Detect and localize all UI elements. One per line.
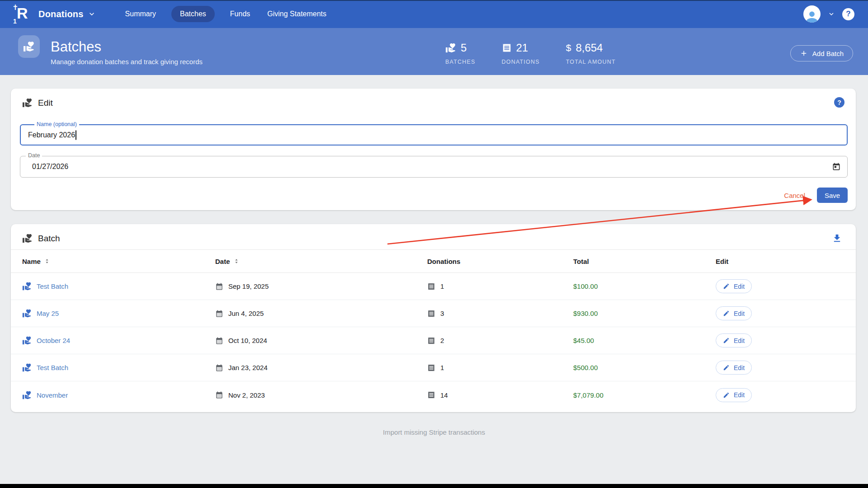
edit-row-button[interactable]: Edit bbox=[716, 279, 752, 293]
app-switcher-chevron-down-icon[interactable] bbox=[87, 9, 96, 19]
donation-count: 14 bbox=[440, 391, 448, 399]
pencil-icon bbox=[723, 364, 730, 371]
nav-items: Summary Batches Funds Giving Statements bbox=[123, 6, 328, 22]
table-row: May 25 Jun 4, 2025 3 $930.00 Edit bbox=[11, 300, 856, 327]
stat-total-value: 8,654 bbox=[576, 42, 603, 54]
hand-heart-icon bbox=[22, 233, 33, 244]
batch-name-link[interactable]: May 25 bbox=[37, 310, 59, 317]
batch-card-title: Batch bbox=[38, 234, 60, 244]
nav-item-summary[interactable]: Summary bbox=[123, 6, 158, 22]
name-input-label: Name (optional) bbox=[34, 121, 79, 127]
add-batch-button[interactable]: Add Batch bbox=[790, 45, 853, 61]
date-input-label: Date bbox=[26, 152, 42, 159]
batch-total: $930.00 bbox=[573, 310, 716, 317]
page-header: Batches Manage donation batches and trac… bbox=[0, 28, 868, 75]
header-stats: 5 BATCHES 21 DONATIONS $ 8,654 TOTAL AMO… bbox=[445, 42, 616, 65]
top-navbar: ✝ R 1 Donations Summary Batches Funds Gi… bbox=[0, 0, 868, 28]
stat-total-label: TOTAL AMOUNT bbox=[566, 59, 616, 65]
window-bottom-bar bbox=[0, 484, 868, 488]
page-title: Batches bbox=[51, 39, 101, 55]
stat-donations-value: 21 bbox=[516, 42, 528, 54]
pencil-icon bbox=[723, 310, 730, 317]
app-logo[interactable]: ✝ R 1 bbox=[12, 4, 32, 24]
batch-date: Jan 23, 2024 bbox=[228, 364, 268, 371]
date-input-value: 01/27/2026 bbox=[32, 163, 68, 171]
batch-date: Nov 2, 2023 bbox=[228, 391, 265, 399]
batch-name-link[interactable]: October 24 bbox=[37, 337, 70, 344]
batch-total: $7,079.00 bbox=[573, 391, 716, 399]
batch-total: $100.00 bbox=[573, 282, 716, 290]
batch-name-link[interactable]: November bbox=[37, 391, 68, 399]
stat-donations-label: DONATIONS bbox=[502, 59, 540, 65]
batch-name-link[interactable]: Test Batch bbox=[37, 364, 68, 371]
edit-batch-card: Edit ? Name (optional) February 2026 Dat… bbox=[11, 89, 856, 210]
calendar-icon bbox=[215, 391, 223, 399]
nav-item-batches[interactable]: Batches bbox=[171, 6, 215, 22]
batch-total: $500.00 bbox=[573, 364, 716, 371]
hand-heart-icon bbox=[22, 98, 33, 108]
edit-row-button[interactable]: Edit bbox=[716, 388, 752, 402]
cancel-button[interactable]: Cancel bbox=[784, 192, 805, 199]
column-header-name[interactable]: Name bbox=[22, 258, 215, 265]
receipt-icon bbox=[427, 282, 435, 291]
logo-letter: R bbox=[17, 5, 28, 22]
name-input[interactable]: Name (optional) February 2026 bbox=[20, 124, 848, 145]
edit-help-icon[interactable]: ? bbox=[834, 97, 844, 108]
hand-heart-icon bbox=[445, 42, 456, 53]
batch-name-link[interactable]: Test Batch bbox=[37, 282, 68, 290]
calendar-icon bbox=[215, 310, 223, 318]
edit-row-button[interactable]: Edit bbox=[716, 361, 752, 375]
hand-heart-icon bbox=[22, 309, 32, 318]
edit-row-button[interactable]: Edit bbox=[716, 333, 752, 347]
calendar-icon bbox=[215, 282, 223, 291]
page-subtitle: Manage donation batches and track giving… bbox=[51, 58, 203, 66]
app-switcher-label[interactable]: Donations bbox=[38, 9, 84, 19]
nav-item-giving-statements[interactable]: Giving Statements bbox=[265, 6, 328, 22]
text-caret bbox=[75, 130, 76, 140]
pencil-icon bbox=[723, 337, 730, 344]
dollar-icon: $ bbox=[566, 42, 571, 53]
name-input-value: February 2026 bbox=[28, 131, 75, 139]
nav-item-funds[interactable]: Funds bbox=[228, 6, 252, 22]
batch-date: Oct 10, 2024 bbox=[228, 337, 267, 344]
donation-count: 1 bbox=[440, 364, 444, 371]
stat-donations: 21 DONATIONS bbox=[502, 42, 540, 65]
batches-hand-heart-icon bbox=[18, 35, 40, 58]
add-batch-label: Add Batch bbox=[812, 50, 844, 57]
receipt-icon bbox=[502, 43, 512, 53]
stat-batches-label: BATCHES bbox=[445, 59, 476, 65]
batch-total: $45.00 bbox=[573, 337, 716, 344]
account-chevron-down-icon[interactable] bbox=[827, 10, 835, 18]
calendar-icon bbox=[215, 337, 223, 345]
navbar-right: ? bbox=[803, 5, 854, 23]
donation-count: 1 bbox=[440, 282, 444, 290]
table-row: Test Batch Sep 19, 2025 1 $100.00 Edit bbox=[11, 273, 856, 300]
sort-icon[interactable] bbox=[44, 258, 50, 264]
import-stripe-link[interactable]: Import missing Stripe transactions bbox=[0, 428, 868, 436]
stat-total-amount: $ 8,654 TOTAL AMOUNT bbox=[566, 42, 616, 65]
help-icon[interactable]: ? bbox=[842, 8, 854, 20]
stat-batches-value: 5 bbox=[461, 42, 467, 54]
column-header-date[interactable]: Date bbox=[215, 258, 427, 265]
table-row: Test Batch Jan 23, 2024 1 $500.00 Edit bbox=[11, 354, 856, 381]
donation-count: 2 bbox=[440, 337, 444, 344]
column-header-total: Total bbox=[573, 258, 716, 265]
batch-date: Jun 4, 2025 bbox=[228, 310, 264, 317]
calendar-picker-icon[interactable] bbox=[832, 162, 841, 171]
date-input[interactable]: Date 01/27/2026 bbox=[20, 156, 848, 178]
plus-icon bbox=[800, 49, 808, 57]
pencil-icon bbox=[723, 283, 730, 290]
pencil-icon bbox=[723, 392, 730, 399]
window-top-edge bbox=[0, 0, 868, 1]
receipt-icon bbox=[427, 310, 435, 318]
save-button[interactable]: Save bbox=[817, 188, 848, 203]
table-header-row: Name Date Donations Total Edit bbox=[11, 249, 856, 273]
batch-date: Sep 19, 2025 bbox=[228, 282, 269, 290]
sort-icon[interactable] bbox=[233, 258, 240, 264]
download-icon[interactable] bbox=[832, 233, 842, 244]
receipt-icon bbox=[427, 391, 435, 399]
calendar-icon bbox=[215, 364, 223, 372]
user-avatar[interactable] bbox=[803, 5, 821, 23]
edit-row-button[interactable]: Edit bbox=[716, 306, 752, 320]
edit-card-title: Edit bbox=[38, 98, 53, 108]
